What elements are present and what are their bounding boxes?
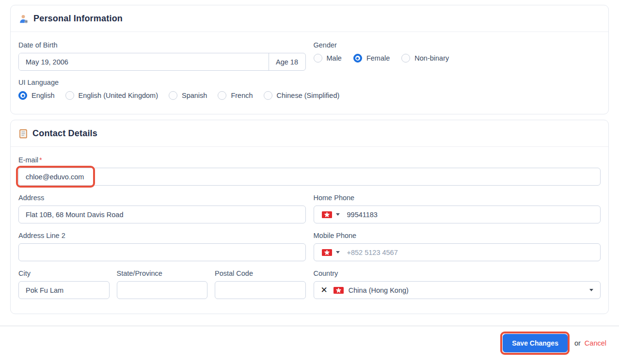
ui-language-label: UI Language [18,78,601,87]
footer-actions: Save Changes or Cancel [0,326,619,352]
caret-down-icon [589,289,593,291]
country-label: Country [314,269,601,278]
person-with-gear-icon [19,14,29,24]
city-label: City [18,269,110,278]
dob-label: Date of Birth [18,41,306,49]
or-text: or [574,339,581,347]
radio-icon[interactable] [353,54,362,63]
mobile-phone-input[interactable] [347,249,596,256]
gender-option-label: Non-binary [414,54,449,62]
radio-icon[interactable] [401,54,410,63]
radio-icon[interactable] [314,54,322,63]
ui-language-field: UI Language English English (United King… [18,78,601,100]
country-field: Country ✕ [314,269,601,299]
gender-option-nonbinary[interactable]: Non-binary [401,54,449,63]
state-label: State/Province [117,269,208,278]
language-option-label: Chinese (Simplified) [277,92,340,99]
caret-down-icon [336,213,340,216]
language-option-label: English (United Kingdom) [79,92,158,99]
personal-information-header: Personal Information [11,5,608,32]
city-state-postal-row: City State/Province Postal Code [18,269,306,299]
home-phone-input[interactable] [347,211,596,219]
language-option-english-uk[interactable]: English (United Kingdom) [65,91,158,100]
language-option-spanish[interactable]: Spanish [169,91,207,100]
dob-input[interactable] [19,53,269,70]
radio-icon[interactable] [264,91,272,100]
clear-selection-icon[interactable]: ✕ [321,286,328,294]
mobile-phone-country-selector[interactable] [319,249,343,256]
address2-label: Address Line 2 [18,231,306,240]
age-addon: Age 18 [269,53,305,70]
gender-option-female[interactable]: Female [353,54,390,63]
radio-icon[interactable] [65,91,74,100]
ui-language-radio-group: English English (United Kingdom) Spanish… [18,91,601,100]
gender-option-label: Female [366,54,390,62]
personal-information-card: Personal Information Date of Birth Age 1… [10,5,609,114]
home-phone-input-group [314,206,601,223]
contact-details-card: Contact Details E-mail* Address Home Pho… [10,120,609,314]
home-phone-label: Home Phone [314,193,601,202]
mobile-phone-input-group [314,243,601,261]
save-changes-button[interactable]: Save Changes [503,334,568,352]
gender-field: Gender Male Female Non-binary [314,41,601,71]
language-option-french[interactable]: French [218,91,253,100]
city-input[interactable] [18,281,110,299]
hong-kong-flag-icon [322,211,332,218]
postal-code-field: Postal Code [215,269,306,299]
email-input[interactable] [18,168,601,186]
country-selected-value: China (Hong Kong) [349,286,589,294]
caret-down-icon [336,251,340,253]
profile-edit-page: Personal Information Date of Birth Age 1… [0,5,619,364]
gender-radio-group: Male Female Non-binary [314,54,601,63]
dob-input-group: Age 18 [18,53,306,71]
contact-details-header: Contact Details [11,120,608,147]
dob-field: Date of Birth Age 18 [18,41,306,71]
language-option-label: English [32,92,55,99]
mobile-phone-label: Mobile Phone [314,231,601,240]
state-input[interactable] [117,281,208,299]
home-phone-field: Home Phone [314,193,601,223]
personal-information-body: Date of Birth Age 18 Gender Male [11,32,608,114]
notepad-icon [19,129,28,139]
gender-option-label: Male [327,54,342,62]
radio-icon[interactable] [218,91,226,100]
gender-option-male[interactable]: Male [314,54,342,63]
language-option-label: Spanish [182,92,207,99]
address-input[interactable] [18,206,306,223]
address-field: Address [18,193,306,223]
address2-input[interactable] [18,243,306,261]
address2-field: Address Line 2 [18,231,306,261]
country-select[interactable]: ✕ China (Hong Kong [314,281,601,299]
language-option-label: French [231,92,253,99]
contact-details-body: E-mail* Address Home Phone [11,147,608,314]
email-label: E-mail* [18,156,601,164]
mobile-phone-field: Mobile Phone [314,231,601,261]
state-field: State/Province [117,269,208,299]
cancel-link[interactable]: Cancel [585,339,606,347]
city-field: City [18,269,110,299]
gender-label: Gender [314,41,601,49]
radio-icon[interactable] [169,91,177,100]
hong-kong-flag-icon [333,287,344,294]
email-field: E-mail* [18,156,601,186]
personal-information-title: Personal Information [33,14,123,24]
language-option-chinese-simplified[interactable]: Chinese (Simplified) [264,91,340,100]
hong-kong-flag-icon [322,249,332,256]
home-phone-country-selector[interactable] [319,211,343,218]
postal-code-input[interactable] [215,281,306,299]
required-asterisk: * [39,156,42,164]
address-label: Address [18,193,306,202]
language-option-english[interactable]: English [18,91,55,100]
postal-code-label: Postal Code [215,269,306,278]
contact-details-title: Contact Details [32,128,97,139]
radio-icon[interactable] [18,91,27,100]
